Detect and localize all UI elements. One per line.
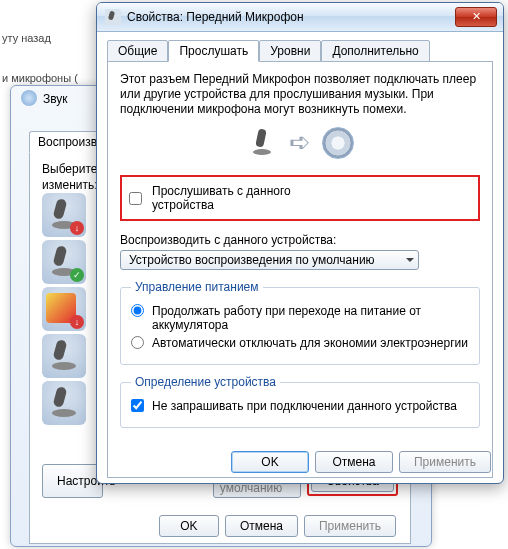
device-detection-group: Определение устройства Не запрашивать пр… (120, 375, 480, 428)
power-autooff-label: Автоматически отключать для экономии эле… (152, 336, 468, 350)
history-hint: уту назад (2, 32, 51, 44)
device-list[interactable]: ↓ ↓ (42, 193, 102, 428)
default-badge-icon (70, 268, 84, 282)
cancel-button[interactable]: Отмена (315, 451, 393, 473)
listen-description: Этот разъем Передний Микрофон позволяет … (120, 72, 480, 117)
playback-device-select[interactable]: Устройство воспроизведения по умолчанию (120, 250, 419, 270)
apply-button[interactable]: Применить (399, 451, 491, 473)
sound-cancel-button[interactable]: Отмена (225, 515, 298, 537)
device-mic-1[interactable]: ↓ (42, 193, 86, 237)
dont-prompt-checkbox[interactable] (131, 399, 144, 412)
microphone-icon (246, 127, 278, 159)
listen-checkbox[interactable] (129, 192, 142, 205)
configure-button[interactable]: Настроить (42, 464, 103, 498)
microphone-icon (105, 9, 121, 25)
device-linein[interactable]: ↓ (42, 287, 86, 331)
tab-advanced[interactable]: Дополнительно (321, 40, 429, 62)
properties-dialog: Свойства: Передний Микрофон ✕ Общие Прос… (96, 2, 504, 484)
power-management-legend: Управление питанием (131, 280, 263, 294)
speaker-icon (322, 127, 354, 159)
tab-levels[interactable]: Уровни (259, 40, 321, 62)
dialog-title: Свойства: Передний Микрофон (127, 10, 304, 24)
titlebar[interactable]: Свойства: Передний Микрофон ✕ (97, 3, 503, 32)
disabled-badge-icon: ↓ (70, 221, 84, 235)
power-continue-radio[interactable] (131, 304, 144, 317)
chevron-down-icon (406, 258, 414, 266)
playback-through-label: Воспроизводить с данного устройства: (120, 233, 480, 247)
device-mic-2[interactable] (42, 240, 86, 284)
dont-prompt-label: Не запрашивать при подключении данного у… (152, 399, 457, 413)
sound-ok-button[interactable]: OK (159, 515, 219, 537)
device-detection-legend: Определение устройства (131, 375, 280, 389)
close-button[interactable]: ✕ (455, 7, 497, 27)
listen-checkbox-label: Прослушивать с данного устройства (152, 184, 348, 212)
power-autooff-radio[interactable] (131, 336, 144, 349)
tabstrip: Общие Прослушать Уровни Дополнительно (107, 40, 493, 62)
device-mic-3[interactable] (42, 334, 86, 378)
tab-listen-panel: Этот разъем Передний Микрофон позволяет … (107, 62, 493, 478)
ok-button[interactable]: OK (231, 451, 309, 473)
device-mic-4[interactable] (42, 381, 86, 425)
sound-window-title: Звук (43, 92, 68, 106)
power-management-group: Управление питанием Продолжать работу пр… (120, 280, 480, 365)
playback-device-value: Устройство воспроизведения по умолчанию (129, 253, 375, 267)
sound-apply-button[interactable]: Применить (304, 515, 396, 537)
listen-checkbox-highlight: Прослушивать с данного устройства (120, 175, 480, 221)
tab-general[interactable]: Общие (107, 40, 168, 62)
arrow-right-icon: ➪ (289, 127, 311, 158)
device-flow-illustration: ➪ (120, 127, 480, 159)
speaker-icon (21, 90, 37, 106)
tab-listen[interactable]: Прослушать (168, 40, 259, 62)
power-continue-label: Продолжать работу при переходе на питани… (152, 304, 469, 332)
disabled-badge-icon: ↓ (70, 315, 84, 329)
breadcrumb: и микрофоны ( (2, 72, 78, 84)
